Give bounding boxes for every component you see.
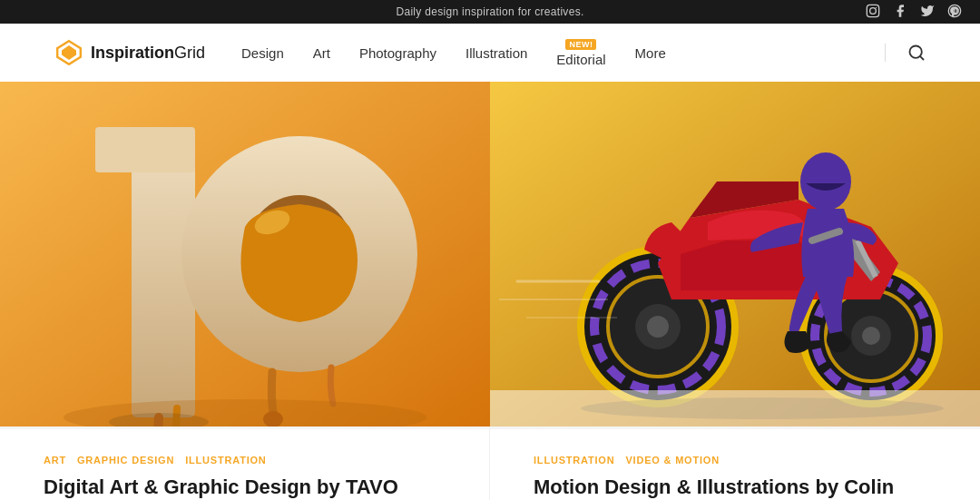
cards-row: ART GRAPHIC DESIGN ILLUSTRATION Digital … (0, 426, 980, 500)
svg-point-1 (870, 8, 877, 15)
facebook-icon-top[interactable] (893, 4, 907, 18)
card-1-title: Digital Art & Graphic Design by TAVO (44, 475, 446, 500)
nav-photography[interactable]: Photography (359, 45, 436, 61)
search-button[interactable] (907, 44, 926, 62)
tag-video-motion[interactable]: VIDEO & MOTION (625, 455, 719, 466)
svg-point-26 (862, 327, 880, 345)
tag-illustration-2[interactable]: ILLUSTRATION (534, 455, 614, 466)
main-nav: Design Art Photography Illustration NEW!… (241, 39, 877, 67)
svg-point-21 (647, 316, 669, 338)
hero-right[interactable] (490, 82, 980, 426)
svg-point-29 (800, 152, 851, 211)
logo[interactable]: InspirationGrid (54, 38, 205, 67)
hero-left-image (0, 82, 490, 426)
hero-section (0, 82, 980, 426)
editorial-badge: NEW! (565, 39, 596, 50)
header: InspirationGrid Design Art Photography I… (0, 24, 980, 82)
svg-rect-9 (95, 127, 195, 172)
nav-illustration[interactable]: Illustration (466, 45, 527, 61)
svg-point-2 (876, 7, 877, 8)
search-icon (907, 44, 926, 62)
svg-marker-4 (62, 45, 76, 60)
nav-editorial[interactable]: NEW! Editorial (556, 39, 605, 67)
svg-line-6 (920, 56, 924, 60)
card-1: ART GRAPHIC DESIGN ILLUSTRATION Digital … (0, 426, 490, 500)
tag-illustration[interactable]: ILLUSTRATION (185, 455, 266, 466)
instagram-icon-top[interactable] (866, 4, 880, 18)
nav-art[interactable]: Art (313, 45, 330, 61)
nav-more[interactable]: More (635, 45, 666, 61)
svg-rect-0 (867, 5, 878, 16)
hero-left[interactable] (0, 82, 490, 426)
tag-art[interactable]: ART (44, 455, 66, 466)
nav-divider (885, 44, 886, 62)
card-2-title: Motion Design & Illustrations by Colin H… (534, 475, 936, 500)
tag-graphic-design[interactable]: GRAPHIC DESIGN (77, 455, 174, 466)
svg-rect-35 (490, 390, 980, 426)
logo-icon (54, 38, 83, 67)
card-2-tags: ILLUSTRATION VIDEO & MOTION (534, 455, 936, 466)
top-banner: Daily design inspiration for creatives. (0, 0, 980, 24)
logo-text: InspirationGrid (91, 44, 205, 63)
card-2: ILLUSTRATION VIDEO & MOTION Motion Desig… (490, 426, 980, 500)
twitter-icon-top[interactable] (920, 4, 935, 18)
card-1-tags: ART GRAPHIC DESIGN ILLUSTRATION (44, 455, 446, 466)
banner-text: Daily design inspiration for creatives. (396, 5, 583, 18)
nav-design[interactable]: Design (241, 45, 284, 61)
pinterest-icon-top[interactable] (947, 4, 962, 18)
hero-right-image (490, 82, 980, 426)
